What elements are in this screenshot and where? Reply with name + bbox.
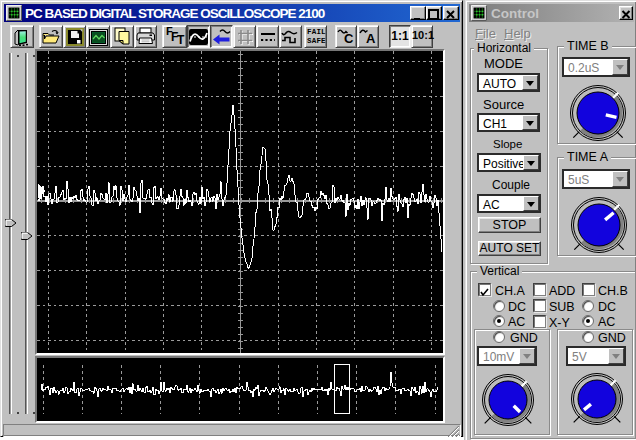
svg-text:C: C (344, 31, 354, 45)
svg-text:A: A (366, 31, 376, 45)
